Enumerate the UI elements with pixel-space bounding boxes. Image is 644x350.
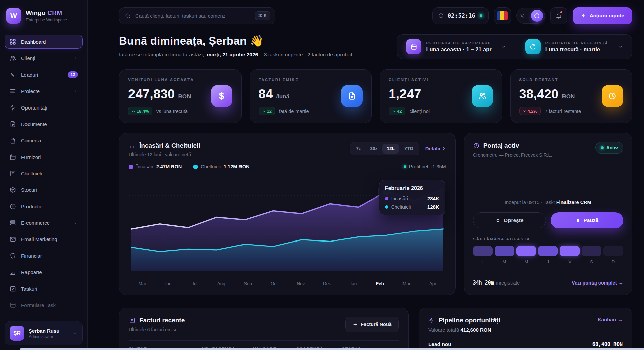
bottom-row: Facturi recente Ultimele 6 facturi emise… <box>119 308 632 350</box>
sidebar-item-leaduri[interactable]: Leaduri12 <box>5 68 83 82</box>
layers-icon <box>9 219 16 226</box>
grid-icon <box>9 38 16 45</box>
x-tick: Aug <box>208 281 234 286</box>
sidebar-item-formulare-task[interactable]: Formulare Task <box>5 298 83 312</box>
file-icon <box>9 120 16 128</box>
quick-actions-button[interactable]: Acțiuni rapide <box>573 7 632 24</box>
day-label: S <box>582 259 601 264</box>
users-icon <box>472 85 493 107</box>
global-search[interactable]: ⌘ K <box>119 7 275 24</box>
app-logo-icon: W <box>6 8 21 24</box>
topbar: ⌘ K 02:52:16 Acțiuni rapide <box>119 7 632 24</box>
x-axis-labels: MaiIunIulAugSepOctNovDecIanFebMarApr <box>129 281 446 286</box>
stat-card-2: FACTURI EMISE84/lună12față de martie <box>250 69 372 123</box>
delta-badge: 4.2% <box>519 107 541 115</box>
day-activity-bar <box>516 246 536 256</box>
sidebar-item-productie[interactable]: Producție <box>5 199 83 213</box>
topbar-right: 02:52:16 Acțiuni rapide <box>432 7 632 24</box>
range-option-ytd[interactable]: YTD <box>400 144 418 154</box>
theme-toggle[interactable] <box>516 8 545 24</box>
sidebar-item-cheltuieli[interactable]: Cheltuieli <box>5 166 83 180</box>
file-icon <box>341 85 363 107</box>
wave-emoji: 👋 <box>250 35 264 47</box>
sidebar: W Wingo CRM Enterprise Workspace Dashboa… <box>0 0 88 350</box>
tooltip-row: Cheltuieli128K <box>385 204 439 210</box>
reference-period-selector[interactable]: PERIOADA DE REFERINȚĂ Luna trecută · mar… <box>525 39 623 54</box>
legend-item: Încasări2.47M RON <box>129 164 182 169</box>
search-input[interactable] <box>135 13 251 19</box>
range-option-12l[interactable]: 12L <box>382 144 399 154</box>
delta-badge: 12 <box>259 107 275 115</box>
search-icon <box>125 13 131 19</box>
hours-recorded: 34h 20m <box>473 280 494 286</box>
timer-meta: Început la 09:15 · Task: Finalizare CRM <box>473 200 623 205</box>
horizontal-scrollbar[interactable] <box>20 348 644 350</box>
sidebar-item-furnizori[interactable]: Furnizori <box>5 150 83 164</box>
sidebar-item-rapoarte[interactable]: Rapoarte <box>5 265 83 279</box>
calendar-icon <box>9 153 16 161</box>
x-tick: Ian <box>340 281 367 286</box>
sidebar-item-clienti[interactable]: Clienți <box>5 51 83 65</box>
legend-dot <box>129 165 133 169</box>
lightning-icon <box>581 13 586 19</box>
sidebar-item-email-marketing[interactable]: Email Marketing <box>5 232 83 246</box>
stage-name: Lead nou <box>428 341 451 347</box>
new-invoice-button[interactable]: Factură Nouă <box>345 317 399 332</box>
legend-item: Cheltuieli1.12M RON <box>193 164 249 169</box>
greeting: Bună dimineața, Șerban 👋 Iată ce se întâ… <box>119 34 352 58</box>
tooltip-title: Februarie 2026 <box>385 185 439 191</box>
stat-value: 247,830 <box>128 87 175 101</box>
reporting-period-selector[interactable]: PERIOADA DE RAPORTARE Luna aceasta · 1 –… <box>406 39 506 54</box>
week-day-labels: LMMJVSD <box>473 259 623 264</box>
kanban-link[interactable]: Kanban → <box>598 317 623 322</box>
sidebar-item-stocuri[interactable]: Stocuri <box>5 183 83 197</box>
lightning-icon <box>428 317 435 324</box>
pause-button[interactable]: Pauză <box>551 212 623 228</box>
sidebar-item-oportunitati[interactable]: Oportunități <box>5 100 83 115</box>
profit-dot <box>404 165 406 168</box>
status-badge: Activ <box>595 142 623 154</box>
x-tick: Mar <box>393 281 420 286</box>
sidebar-item-proiecte[interactable]: Proiecte <box>5 84 83 98</box>
sidebar-item-taskuri[interactable]: Taskuri <box>5 281 83 296</box>
sidebar-item-ecommerce[interactable]: E-commerce <box>5 216 83 230</box>
range-option-30z[interactable]: 30z <box>366 144 382 154</box>
chevron-right-icon <box>442 146 446 151</box>
stat-value: 1,247 <box>389 87 421 101</box>
details-link[interactable]: Detalii <box>425 146 446 151</box>
sidebar-item-documente[interactable]: Documente <box>5 117 83 131</box>
list-icon <box>9 87 16 95</box>
sidebar-item-comenzi[interactable]: Comenzi <box>5 133 83 147</box>
stop-button[interactable]: Oprește <box>473 212 546 228</box>
user-role: Administrator <box>29 334 60 339</box>
checksq-icon <box>9 285 16 292</box>
invoices-subtitle: Ultimele 6 facturi emise <box>129 327 185 332</box>
greeting-subtitle: Iată ce se întâmplă în firma ta astăzi, … <box>119 52 352 58</box>
user-name: Șerban Rusu <box>29 328 60 334</box>
user-menu[interactable]: ȘR Șerban Rusu Administrator <box>5 321 83 345</box>
x-tick: Sep <box>234 281 261 286</box>
language-switcher[interactable] <box>494 7 511 24</box>
pipeline-stage-row: Lead nou 68,400 RON <box>428 341 623 347</box>
sidebar-item-dashboard[interactable]: Dashboard <box>5 35 83 49</box>
stat-label: VENITURI LUNA ACEASTA <box>128 78 232 82</box>
receipt-icon <box>9 170 16 177</box>
day-label: M <box>495 259 515 264</box>
recent-invoices-card: Facturi recente Ultimele 6 facturi emise… <box>119 308 409 350</box>
legend-dot <box>193 165 198 169</box>
sidebar-item-financiar[interactable]: Financiar <box>5 249 83 263</box>
app-name: Wingo CRM <box>26 9 67 17</box>
chevron-down-icon <box>501 44 506 49</box>
week-activity-bars <box>473 246 623 256</box>
stat-label: FACTURI EMISE <box>259 78 363 82</box>
activity-icon <box>9 71 16 78</box>
plus-icon <box>353 322 358 327</box>
zap-icon <box>9 104 16 111</box>
pipeline-subtitle: Valoare totală 412,600 RON <box>428 327 500 333</box>
notifications-button[interactable] <box>550 7 567 24</box>
app-logo: W Wingo CRM Enterprise Workspace <box>5 6 83 30</box>
stat-caption: față de martie <box>279 108 309 114</box>
view-timesheet-link[interactable]: Vezi pontaj complet → <box>572 280 623 286</box>
area-chart[interactable]: MaiIunIulAugSepOctNovDecIanFebMarApr Feb… <box>129 175 446 289</box>
range-option-7z[interactable]: 7z <box>352 144 365 154</box>
